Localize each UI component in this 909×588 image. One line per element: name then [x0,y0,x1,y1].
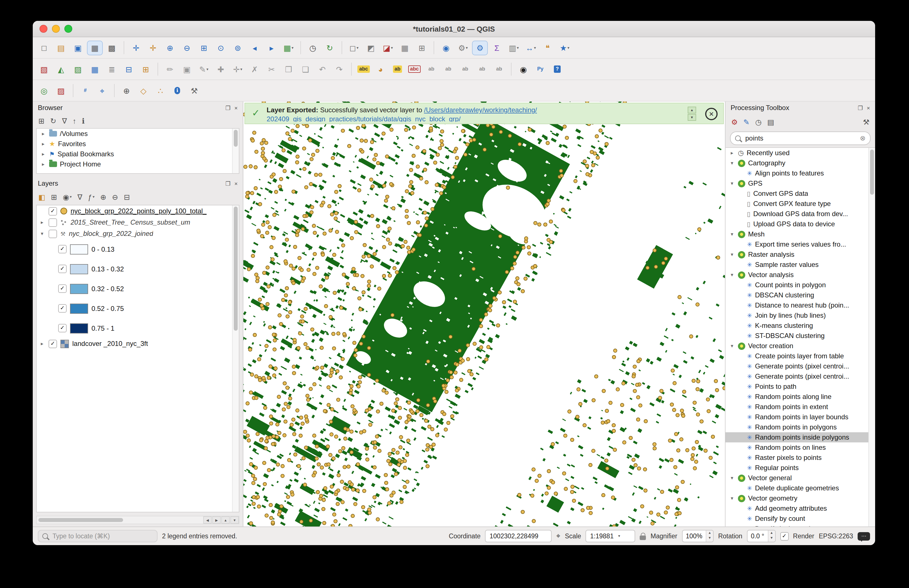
scroll-thumb[interactable] [234,130,238,147]
class-visibility-checkbox[interactable]: ✓ [58,284,66,293]
open-project-button[interactable]: ▤ [53,40,69,55]
disclosure-icon[interactable]: ▾ [729,272,735,278]
add-feature-button[interactable]: ✚ [213,62,229,76]
crs-indicator[interactable]: EPSG:2263 [819,533,853,540]
delete-selected-button[interactable]: ✗ [247,62,262,76]
add-wms-layer-button[interactable]: ⊞ [138,62,154,76]
algorithm-random-points-in-polygons[interactable]: ✳Random points in polygons [726,422,875,432]
algorithm-delete-duplicate-geometries[interactable]: ✳Delete duplicate geometries [726,483,875,493]
group-mesh[interactable]: ▾Mesh [726,229,875,239]
scroll-up-button[interactable]: ▲ [221,516,230,524]
layer-visibility-checkbox[interactable] [49,218,57,226]
add-delimited-text-layer-button[interactable]: ≣ [104,62,120,76]
disclosure-icon[interactable]: ▾ [729,252,735,257]
manage-map-themes-icon[interactable]: ◉▾ [63,193,72,201]
refresh-map-button[interactable]: ↻ [322,40,338,55]
disclosure-icon[interactable]: ▾ [729,160,735,166]
previous-message-button[interactable]: ▲ [688,107,696,113]
spin-down-icon[interactable]: ▼ [768,536,775,541]
spin-up-icon[interactable]: ▲ [768,530,775,536]
paste-features-button[interactable]: ❏ [298,62,313,76]
algorithm-st-dbscan-clustering[interactable]: ✳ST-DBSCAN clustering [726,331,875,341]
collapse-all-icon[interactable]: ⊖ [112,193,118,201]
highlight-pinned-labels-button[interactable]: abc [406,62,422,76]
class-visibility-checkbox[interactable]: ✓ [58,265,66,273]
pin-unpin-labels-button[interactable]: ab [424,62,439,76]
add-mesh-layer-button[interactable]: ▦ [87,62,103,76]
raster-stretch-button[interactable]: ▨ [53,83,69,98]
exported-path-link-line2[interactable]: 202409_gis_design_practices/tutorials/da… [267,115,461,122]
show-hide-labels-button[interactable]: ab [440,62,456,76]
statistical-summary-button[interactable]: Σ [489,40,505,55]
layer-diagram-options-button[interactable]: ◕ [373,62,388,76]
select-features-button[interactable]: ◻▾ [346,40,362,55]
algorithm-dbscan-clustering[interactable]: ✳DBSCAN clustering [726,290,875,300]
group-vector-creation[interactable]: ▾Vector creation [726,341,875,351]
save-project-button[interactable]: ▣ [70,40,86,55]
zoom-full-button[interactable]: ⊞ [196,40,212,55]
magnifier-spinbox[interactable]: 100% ▲▼ [682,530,714,542]
spin-up-icon[interactable]: ▲ [706,530,713,536]
algorithm-count-points-in-polygon[interactable]: ✳Count points in polygon [726,280,875,290]
close-message-button[interactable]: ✕ [705,108,718,120]
scroll-down-button[interactable]: ▼ [230,516,239,524]
class-row-0-32-0-52[interactable]: ✓0.32 - 0.52 [37,279,239,299]
class-row-0-0-13[interactable]: ✓0 - 0.13 [37,239,239,259]
metasearch-button[interactable]: ℹ [169,83,185,98]
browser-properties-icon[interactable]: ℹ [82,116,85,125]
algorithm-add-geometry-attributes[interactable]: ✳Add geometry attributes [726,503,875,514]
change-label-properties-button[interactable]: ab [491,62,507,76]
expand-all-icon[interactable]: ⊕ [100,193,107,201]
cut-features-button[interactable]: ✂ [264,62,280,76]
new-3d-map-view-button[interactable]: ▦▾ [281,40,296,55]
group-raster-analysis[interactable]: ▾Raster analysis [726,249,875,260]
layer-row-nyc-block-grp-2022-points-poly-100-total[interactable]: ✓nyc_block_grp_2022_points_poly_100_tota… [37,205,239,217]
class-row-0-75-1[interactable]: ✓0.75 - 1 [37,318,239,338]
plugin-manager-button[interactable]: ⚒ [186,83,202,98]
disclosure-icon[interactable]: ▾ [729,475,735,481]
toolbox-search-input[interactable] [744,134,857,143]
zoom-next-button[interactable]: ▸ [264,40,280,55]
algorithm-export-time-series-values-fro[interactable]: ✳Export time series values fro... [726,239,875,249]
algorithm-regular-points[interactable]: ✳Regular points [726,463,875,473]
float-panel-icon[interactable]: ❐ [225,105,230,111]
scroll-right-button[interactable]: ▶ [212,516,221,524]
snapping-options-button[interactable]: ◇ [136,83,151,98]
history-icon[interactable]: ◷ [755,118,762,126]
open-attribute-table-button[interactable]: ▦ [397,40,413,55]
temporal-controller-button[interactable]: ◷ [305,40,321,55]
group-vector-geometry[interactable]: ▾Vector geometry [726,493,875,503]
move-label-button[interactable]: ab [457,62,473,76]
vertical-scrollbar[interactable] [232,205,239,512]
field-calculator-button[interactable]: ⊞ [414,40,430,55]
algorithm-random-points-along-line[interactable]: ✳Random points along line [726,392,875,402]
add-postgis-layer-button[interactable]: ⊟ [121,62,137,76]
layer-row-landcover-2010-nyc-3ft[interactable]: ▸✓landcover _2010_nyc_3ft [37,338,239,349]
algorithm-align-points-to-features[interactable]: ✳Align points to features [726,168,875,178]
algorithm-k-means-clustering[interactable]: ✳K-means clustering [726,320,875,331]
scroll-thumb[interactable] [870,150,874,195]
browser-item-volumes[interactable]: ▸/Volumes [37,129,239,139]
add-connection-icon[interactable]: ⊞ [39,116,45,125]
group-vector-analysis[interactable]: ▾Vector analysis [726,270,875,280]
pan-to-selection-button[interactable]: ✛ [145,40,161,55]
layer-row-2015-street-tree-census-subset-um[interactable]: ▸2015_Street_Tree_ Census_subset_um [37,217,239,228]
copy-features-button[interactable]: ❐ [281,62,296,76]
rotation-spinbox[interactable]: 0.0 ° ▲▼ [747,530,775,542]
open-layer-styling-icon[interactable]: ◧ [39,193,45,201]
minimize-window-button[interactable] [52,25,60,33]
disclosure-icon[interactable]: ▸ [729,150,735,156]
disclosure-icon[interactable]: ▾ [39,231,45,236]
browser-item-favorites[interactable]: ▸★Favorites [37,139,239,149]
identify-features-button[interactable]: ◉ [438,40,454,55]
add-raster-layer-button[interactable]: ▨ [70,62,86,76]
close-panel-icon[interactable]: × [234,180,238,186]
lock-scale-icon[interactable] [640,535,646,540]
scale-combobox[interactable]: 1:19881▾ [586,530,636,542]
new-project-button[interactable]: □ [36,40,52,55]
class-row-0-13-0-32[interactable]: ✓0.13 - 0.32 [37,259,239,279]
new-print-layout-button[interactable]: ▦ [87,40,103,55]
new-spatial-bookmark-button[interactable]: ★▾ [557,40,573,55]
disclosure-icon[interactable]: ▾ [729,181,735,186]
layer-labeling-options-button[interactable]: abc [356,62,372,76]
